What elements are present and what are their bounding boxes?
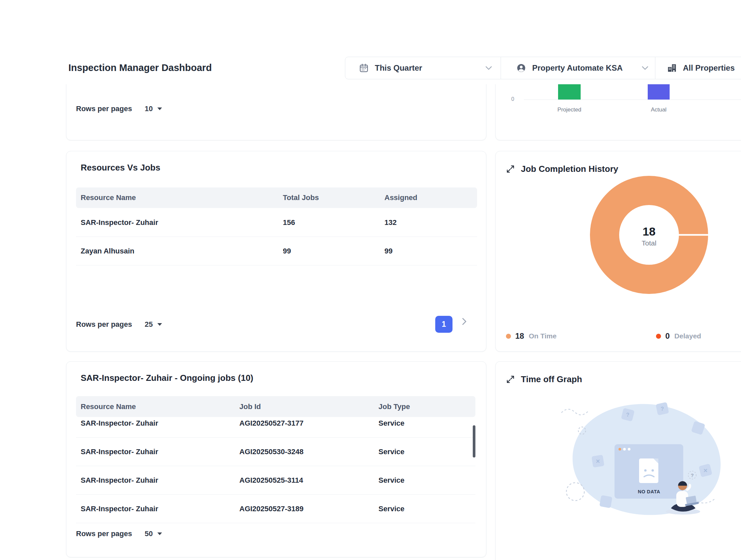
cell-total-jobs: 99 <box>283 247 291 255</box>
legend-dot-delayed <box>656 334 661 339</box>
period-filter-label: This Quarter <box>375 63 485 73</box>
next-page-button[interactable] <box>462 318 466 325</box>
cell-resource-name: SAR-Inspector- Zuhair <box>81 448 158 456</box>
chevron-down-icon <box>485 66 492 70</box>
rows-per-page-value: 25 <box>145 320 153 329</box>
donut-total-label: Total <box>622 239 676 247</box>
expand-button[interactable] <box>506 165 515 173</box>
chevron-right-icon <box>462 318 466 325</box>
table-scrollbar-thumb[interactable] <box>473 425 475 458</box>
rows-per-page-select[interactable]: 25 <box>145 320 162 329</box>
rows-per-page-label: Rows per pages <box>76 104 132 113</box>
expand-button[interactable] <box>506 375 515 384</box>
caret-down-icon <box>157 533 162 535</box>
page-1-button[interactable]: 1 <box>435 316 453 333</box>
rows-per-page-value: 50 <box>145 530 153 538</box>
rows-per-page-label: Rows per pages <box>76 530 132 538</box>
column-header-total-jobs: Total Jobs <box>283 193 319 202</box>
column-header-resource-name: Resource Name <box>81 193 136 202</box>
table-header-row: Resource Name Job Id Job Type <box>76 396 475 417</box>
rows-per-page-value: 10 <box>145 104 153 113</box>
legend-on-time: 18 On Time <box>506 330 556 342</box>
period-filter-select[interactable]: This Quarter <box>345 57 501 79</box>
donut-center: 18 Total <box>622 225 676 247</box>
table-row: SAR-Inspector- Zuhair AGI20250530-3248 S… <box>76 437 475 466</box>
cell-assigned: 99 <box>385 247 392 255</box>
chevron-down-icon <box>642 66 649 70</box>
x-axis-line <box>524 99 741 100</box>
donut-total-value: 18 <box>622 225 676 238</box>
cell-total-jobs: 156 <box>283 218 295 227</box>
svg-text:?: ? <box>690 472 693 478</box>
legend-label: On Time <box>529 332 557 340</box>
calendar-icon <box>359 63 369 73</box>
property-filter-select[interactable]: All Properties <box>655 57 741 79</box>
header-filters: This Quarter Property Automate KSA <box>345 57 741 79</box>
no-data-illustration: ? ? ✕ ✕ NO DATA ? <box>542 392 728 531</box>
svg-text:✕: ✕ <box>703 468 708 473</box>
cell-job-id: AGI20250527-3189 <box>240 504 304 513</box>
table-row: Zayan Alhusain 99 99 <box>76 237 477 265</box>
rows-per-page-control: Rows per pages 50 <box>76 527 162 541</box>
card-title: Time off Graph <box>521 374 582 385</box>
caret-down-icon <box>157 107 162 110</box>
table-header-row: Resource Name Total Jobs Assigned <box>76 187 477 208</box>
column-header-job-type: Job Type <box>379 402 410 411</box>
cell-job-id: AGI20250530-3248 <box>240 448 304 456</box>
card-title: SAR-Inspector- Zuhair - Ongoing jobs (10… <box>81 373 253 383</box>
svg-text:?: ? <box>626 412 629 418</box>
cell-resource-name: SAR-Inspector- Zuhair <box>81 218 158 227</box>
legend-value: 0 <box>665 331 670 341</box>
legend-dot-on-time <box>506 334 511 339</box>
cell-resource-name: SAR-Inspector- Zuhair <box>81 476 158 485</box>
card-title: Resources Vs Jobs <box>81 163 160 173</box>
cell-job-type: Service <box>379 504 404 513</box>
job-completion-card: Job Completion History 18 Total 18 On Ti… <box>495 151 741 352</box>
cell-job-id: AGI20250525-3114 <box>240 476 303 485</box>
user-icon <box>516 63 526 73</box>
account-filter-label: Property Automate KSA <box>532 63 642 73</box>
legend-label: Delayed <box>674 332 701 340</box>
no-data-text: NO DATA <box>638 489 660 494</box>
account-filter-select[interactable]: Property Automate KSA <box>500 57 655 79</box>
caret-down-icon <box>157 323 162 326</box>
building-icon <box>667 63 677 73</box>
page-title: Inspection Manager Dashboard <box>68 62 212 73</box>
column-header-assigned: Assigned <box>385 193 417 202</box>
rows-per-page-control: Rows per pages 25 <box>76 317 162 332</box>
legend-delayed: 0 Delayed <box>656 330 701 342</box>
resources-vs-jobs-card: Resources Vs Jobs SAR-Inspector- Zuhair … <box>66 151 486 352</box>
svg-text:✕: ✕ <box>596 459 600 464</box>
cell-resource-name: SAR-Inspector- Zuhair <box>81 504 158 513</box>
property-filter-label: All Properties <box>683 63 741 73</box>
table-row: SAR-Inspector- Zuhair 156 132 <box>76 208 477 237</box>
time-off-card: Time off Graph ? ? ✕ ✕ NO DATA <box>495 361 741 560</box>
y-axis-tick: 0 <box>504 96 514 102</box>
top-header: Inspection Manager Dashboard This Quarte… <box>0 0 741 84</box>
cell-resource-name: Zayan Alhusain <box>81 247 134 255</box>
cell-job-id: AGI20250527-3177 <box>240 419 304 428</box>
table-row: SAR-Inspector- Zuhair AGI20250525-3114 S… <box>76 466 475 495</box>
bar-label-actual: Actual <box>635 106 682 113</box>
rows-per-page-label: Rows per pages <box>76 320 132 329</box>
rows-per-page-select[interactable]: 10 <box>145 104 162 113</box>
expand-icon <box>506 165 515 173</box>
column-header-resource-name: Resource Name <box>81 402 136 411</box>
bar-label-projected: Projected <box>546 106 593 113</box>
expand-icon <box>506 375 515 384</box>
cell-resource-name: SAR-Inspector- Zuhair <box>81 419 158 428</box>
table-row: SAR-Inspector- Zuhair AGI20250527-3189 S… <box>76 495 475 523</box>
column-header-job-id: Job Id <box>240 402 261 411</box>
rows-per-page-select[interactable]: 50 <box>145 530 162 538</box>
ongoing-jobs-card: SAR-Inspector- Zuhair - Ongoing jobs (10… <box>66 361 486 557</box>
cell-job-type: Service <box>379 419 404 428</box>
cell-job-type: Service <box>379 448 404 456</box>
legend-value: 18 <box>515 331 524 341</box>
cell-assigned: 132 <box>385 218 397 227</box>
rows-per-page-control: Rows per pages 10 <box>76 101 162 116</box>
svg-text:?: ? <box>661 406 664 412</box>
cell-job-type: Service <box>379 476 404 485</box>
